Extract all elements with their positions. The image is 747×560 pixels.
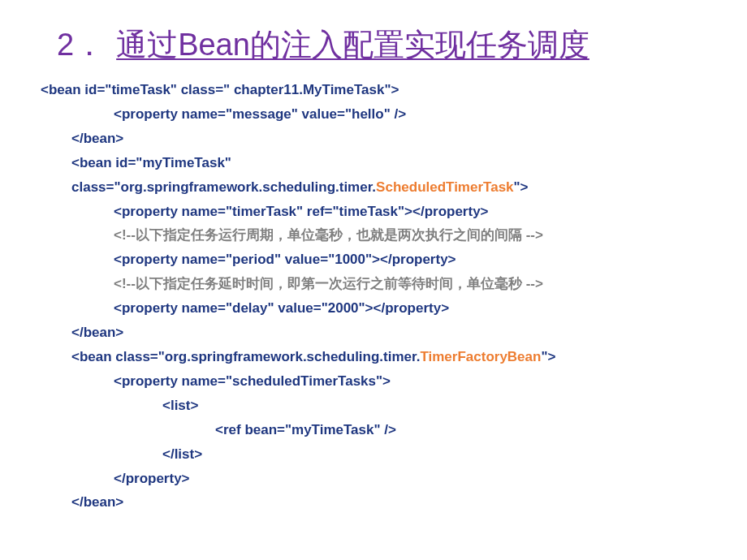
code-line: <bean class="org.springframework.schedul… bbox=[71, 345, 706, 369]
code-line: <list> bbox=[162, 394, 706, 418]
code-line: <ref bean="myTimeTask" /> bbox=[215, 418, 706, 442]
title-number: 2． bbox=[57, 28, 105, 62]
code-line: <bean id="myTimeTask" bbox=[71, 151, 706, 175]
code-line: class="org.springframework.scheduling.ti… bbox=[71, 175, 706, 200]
code-line: <property name="delay" value="2000"></pr… bbox=[114, 296, 706, 321]
title-text: 通过Bean的注入配置实现任务调度 bbox=[116, 28, 589, 62]
code-line: <property name="timerTask" ref="timeTask… bbox=[114, 200, 706, 224]
code-line: </bean> bbox=[71, 490, 706, 515]
code-comment: <!--以下指定任务运行周期，单位毫秒，也就是两次执行之间的间隔 --> bbox=[114, 223, 706, 248]
code-line: <property name="message" value="hello" /… bbox=[114, 102, 706, 127]
code-line: <property name="period" value="1000"></p… bbox=[114, 248, 706, 272]
code-comment: <!--以下指定任务延时时间，即第一次运行之前等待时间，单位毫秒 --> bbox=[114, 272, 706, 296]
code-line: </bean> bbox=[71, 321, 706, 345]
code-line: <bean id="timeTask" class=" chapter11.My… bbox=[41, 78, 706, 102]
slide-title: 2．通过Bean的注入配置实现任务调度 bbox=[57, 24, 706, 66]
code-block: <bean id="timeTask" class=" chapter11.My… bbox=[41, 78, 706, 515]
code-line: </property> bbox=[114, 467, 706, 491]
code-line: <property name="scheduledTimerTasks"> bbox=[114, 369, 706, 394]
code-line: </bean> bbox=[71, 127, 706, 151]
code-line: </list> bbox=[162, 442, 706, 467]
